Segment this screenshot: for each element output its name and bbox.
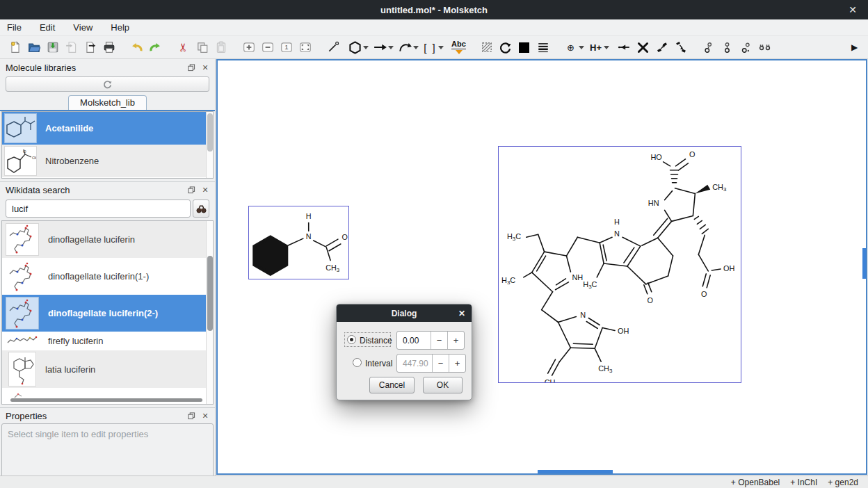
hydrogen-tool[interactable]: H+	[586, 38, 605, 57]
float-panel-icon	[188, 412, 195, 420]
ok-button[interactable]: OK	[423, 377, 463, 393]
text-tool[interactable]: Abc	[449, 38, 468, 57]
properties-panel-header: Properties ×	[0, 409, 215, 422]
result-dinoflagellate-luciferin[interactable]: dinoflagellate luciferin	[2, 221, 213, 258]
distance-radio[interactable]	[347, 335, 356, 344]
wikidata-close-button[interactable]: ×	[200, 185, 211, 195]
bracket-tool-dropdown-caret[interactable]	[438, 46, 444, 49]
libraries-refresh-button[interactable]	[6, 76, 209, 92]
result-dinoflagellate-luciferin-1[interactable]: dinoflagellate luciferin(1-)	[2, 258, 213, 295]
open-document-button[interactable]	[24, 38, 43, 57]
mechanism-tool-dropdown-caret[interactable]	[413, 46, 419, 49]
library-scrollbar-thumb[interactable]	[207, 113, 213, 152]
wikidata-search-button[interactable]	[193, 200, 209, 218]
interval-radio[interactable]	[353, 358, 362, 367]
print-button[interactable]	[99, 38, 118, 57]
flip-bond-alt-tool[interactable]	[671, 38, 690, 57]
luciferin-molecule[interactable]: HO O CH3 HN H N H3C H3C NH H3C O OH O N …	[498, 146, 741, 383]
distance-decrement-button[interactable]: −	[431, 332, 447, 349]
library-tabbar: Molsketch_lib	[0, 97, 215, 111]
libraries-float-button[interactable]	[186, 63, 197, 72]
canvas-vertical-scrollbar-thumb[interactable]	[862, 248, 866, 279]
library-item-nitrobenzene[interactable]: OHO Nitrobenzene	[2, 145, 213, 177]
cancel-button[interactable]: Cancel	[369, 377, 415, 393]
properties-placeholder-text: Select single item to edit properties	[8, 429, 148, 439]
interval-increment-button[interactable]: +	[449, 355, 465, 372]
mechanism-arrow-tool[interactable]	[396, 38, 415, 57]
properties-float-button[interactable]	[186, 411, 197, 421]
zoom-in-button[interactable]	[239, 38, 258, 57]
arrow-tool-dropdown-caret[interactable]	[388, 46, 394, 49]
delete-tool[interactable]	[634, 38, 652, 57]
result-latia-luciferin[interactable]: latia luciferin	[2, 350, 213, 388]
acetanilide-thumbnail	[4, 113, 37, 143]
result-firefly-luciferin[interactable]: firefly luciferin	[2, 332, 213, 350]
copy-button[interactable]	[193, 38, 211, 57]
tab-molsketch-lib[interactable]: Molsketch_lib	[68, 95, 147, 110]
import-button[interactable]	[62, 38, 81, 57]
toolbar-expand-button[interactable]: ▶	[845, 38, 864, 57]
zoom-out-button[interactable]	[258, 38, 277, 57]
dialog-close-button[interactable]: ✕	[458, 304, 465, 322]
selection-hatch-tool[interactable]	[477, 38, 496, 57]
wikidata-vscrollbar-thumb[interactable]	[207, 256, 213, 331]
canvas-horizontal-scrollbar-thumb[interactable]	[538, 470, 613, 473]
molsketch-window: untitled.mol* - Molsketch ✕ File Edit Vi…	[0, 0, 868, 488]
wikidata-search-input[interactable]	[6, 200, 191, 218]
properties-content: Select single item to edit properties	[1, 423, 214, 483]
draw-bond-tool[interactable]	[323, 38, 342, 57]
cut-button[interactable]: ✂	[174, 38, 193, 57]
window-close-button[interactable]: ✕	[843, 0, 862, 19]
rotate-icon	[499, 41, 512, 54]
ring-tool[interactable]	[346, 38, 364, 57]
flip-bond-tool[interactable]	[652, 38, 671, 57]
export-icon	[84, 41, 97, 54]
interval-value[interactable]: 447.90	[397, 355, 432, 372]
libraries-close-button[interactable]: ×	[200, 63, 211, 72]
charge-tool-dropdown-caret[interactable]	[579, 46, 584, 49]
dialog-window[interactable]: Dialog ✕ Distance 0.00 − + Interval 447.…	[336, 304, 472, 400]
dialog-titlebar[interactable]: Dialog ✕	[337, 304, 472, 322]
paste-button[interactable]	[211, 38, 230, 57]
electron-pair-tool[interactable]	[699, 38, 718, 57]
radical-pair-tool[interactable]	[755, 38, 774, 57]
wikidata-list-vscrollbar[interactable]	[206, 221, 213, 404]
molecule-libraries-panel: Molecule libraries × Molsketch_lib Aceta…	[0, 59, 215, 179]
distance-value[interactable]: 0.00	[397, 332, 431, 349]
rotate-tool[interactable]	[496, 38, 515, 57]
properties-close-button[interactable]: ×	[200, 411, 211, 421]
zoom-original-button[interactable]: 1	[277, 38, 296, 57]
drawing-canvas[interactable]: H N O CH3	[216, 59, 867, 475]
charge-tool[interactable]: ⊕	[561, 38, 580, 57]
hydrogen-tool-dropdown-caret[interactable]	[604, 46, 609, 49]
save-document-button[interactable]	[43, 38, 62, 57]
color-swatch-button[interactable]	[515, 38, 533, 57]
acetanilide-molecule[interactable]: H N O CH3	[248, 206, 349, 279]
redo-button[interactable]	[146, 38, 165, 57]
menu-help[interactable]: Help	[109, 21, 131, 34]
radical-tool[interactable]	[737, 38, 755, 57]
library-list-scrollbar[interactable]	[206, 112, 213, 178]
wikidata-hscrollbar-thumb[interactable]	[10, 398, 202, 402]
zoom-fit-icon	[299, 41, 312, 54]
ring-tool-dropdown-caret[interactable]	[363, 46, 369, 49]
menu-file[interactable]: File	[6, 21, 23, 34]
arrow-tool[interactable]	[371, 38, 389, 57]
distance-increment-button[interactable]: +	[447, 332, 464, 349]
zoom-fit-button[interactable]	[296, 38, 314, 57]
interval-decrement-button[interactable]: −	[432, 355, 449, 372]
export-button[interactable]	[81, 38, 99, 57]
radical-pair-icon	[758, 42, 771, 53]
menu-edit[interactable]: Edit	[38, 21, 56, 34]
menubar: File Edit View Help	[0, 19, 868, 36]
library-item-acetanilide[interactable]: Acetanilide	[2, 112, 213, 145]
line-width-button[interactable]	[533, 38, 552, 57]
merge-tool[interactable]	[615, 38, 634, 57]
result-dinoflagellate-luciferin-2[interactable]: dinoflagellate luciferin(2-)	[2, 295, 213, 332]
bracket-tool[interactable]: [ ]	[421, 38, 440, 57]
wikidata-float-button[interactable]	[186, 185, 197, 195]
electron-pair-remove-tool[interactable]	[718, 38, 737, 57]
undo-button[interactable]	[127, 38, 146, 57]
menu-view[interactable]: View	[72, 21, 94, 34]
new-document-button[interactable]	[6, 38, 24, 57]
